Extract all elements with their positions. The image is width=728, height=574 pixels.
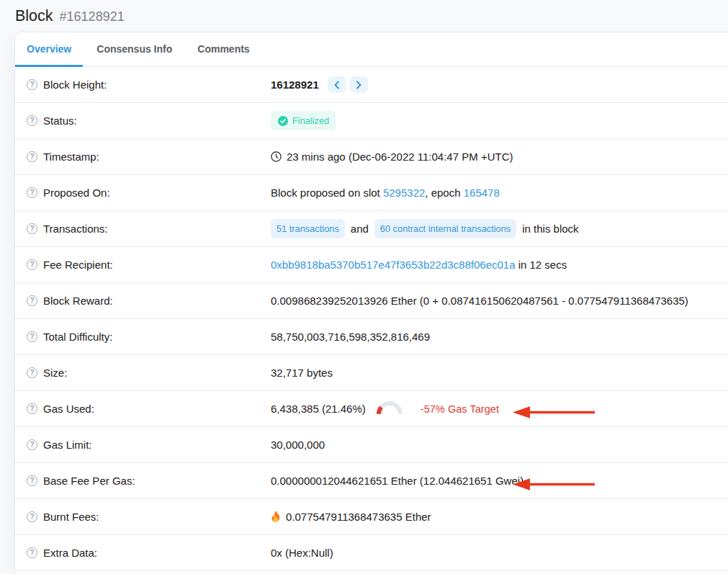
question-icon[interactable]: ?	[27, 403, 37, 414]
row-size: ? Size: 32,717 bytes	[15, 355, 728, 391]
question-icon[interactable]: ?	[27, 331, 37, 342]
page-header: Block #16128921	[0, 0, 728, 25]
row-burnt-fees: ? Burnt Fees: 0.077547911368473635 Ether	[15, 499, 728, 535]
row-fee-recipient: ? Fee Recipient: 0xbb9818ba5370b517e47f3…	[15, 247, 728, 283]
question-icon[interactable]: ?	[27, 367, 37, 378]
row-status: ? Status: Finalized	[15, 103, 728, 139]
next-block-button[interactable]	[350, 76, 368, 93]
size-label: Size:	[43, 367, 67, 379]
question-icon[interactable]: ?	[27, 259, 37, 270]
question-icon[interactable]: ?	[27, 115, 37, 126]
row-label: ? Block Reward:	[27, 295, 271, 307]
row-proposed-on: ? Proposed On: Block proposed on slot 52…	[15, 175, 728, 211]
row-transactions: ? Transactions: 51 transactions and 60 c…	[15, 211, 728, 247]
transactions-label: Transactions:	[43, 223, 107, 235]
row-label: ? Timestamp:	[27, 151, 271, 163]
check-circle-icon	[278, 116, 288, 126]
row-block-height: ? Block Height: 16128921	[15, 67, 728, 103]
row-total-difficulty: ? Total Difficulty: 58,750,003,716,598,3…	[15, 319, 728, 355]
transactions-suffix: in this block	[522, 223, 578, 235]
question-icon[interactable]: ?	[27, 547, 37, 558]
fee-recipient-address-link[interactable]: 0xbb9818ba5370b517e47f3653b22d3c88f06ec0…	[271, 259, 516, 271]
block-reward-label: Block Reward:	[43, 295, 113, 307]
question-icon[interactable]: ?	[27, 439, 37, 450]
total-difficulty-value: 58,750,003,716,598,352,816,469	[271, 331, 430, 343]
clock-icon	[271, 151, 282, 162]
row-label: ? Transactions:	[27, 223, 271, 235]
chevron-right-icon	[356, 81, 362, 89]
status-label: Status:	[43, 115, 77, 127]
transactions-conjunction: and	[351, 223, 369, 235]
block-details-card: Overview Consensus Info Comments ? Block…	[14, 32, 728, 574]
status-badge: Finalized	[271, 111, 336, 130]
question-icon[interactable]: ?	[27, 187, 37, 198]
slot-link[interactable]: 5295322	[383, 187, 425, 199]
tab-comments[interactable]: Comments	[186, 32, 261, 67]
page-title: Block	[15, 7, 53, 25]
proposed-on-epoch-text: , epoch	[425, 187, 463, 199]
gas-gauge-icon	[377, 401, 403, 416]
row-label: ? Gas Used:	[27, 403, 271, 415]
burnt-fees-label: Burnt Fees:	[43, 511, 99, 523]
question-icon[interactable]: ?	[27, 295, 37, 306]
timestamp-label: Timestamp:	[43, 151, 99, 163]
tab-consensus-info[interactable]: Consensus Info	[85, 32, 184, 67]
row-timestamp: ? Timestamp: 23 mins ago (Dec-06-2022 11…	[15, 139, 728, 175]
question-icon[interactable]: ?	[27, 475, 37, 486]
block-reward-value: 0.009868239252013926 Ether (0 + 0.087416…	[271, 295, 688, 307]
flame-icon	[271, 511, 281, 523]
row-base-fee-per-gas: ? Base Fee Per Gas: 0.000000012044621651…	[15, 463, 728, 499]
base-fee-label: Base Fee Per Gas:	[43, 475, 135, 487]
gas-used-label: Gas Used:	[43, 403, 94, 415]
row-label: ? Gas Limit:	[27, 439, 271, 451]
row-gas-limit: ? Gas Limit: 30,000,000	[15, 427, 728, 463]
extra-data-value: 0x (Hex:Null)	[271, 547, 333, 559]
row-label: ? Size:	[27, 367, 271, 379]
epoch-link[interactable]: 165478	[464, 187, 500, 199]
row-label: ? Proposed On:	[27, 187, 271, 199]
row-label: ? Extra Data:	[27, 547, 271, 559]
fee-recipient-label: Fee Recipient:	[43, 259, 113, 271]
tab-bar: Overview Consensus Info Comments	[15, 32, 728, 67]
row-label: ? Base Fee Per Gas:	[27, 475, 271, 487]
question-icon[interactable]: ?	[27, 223, 37, 234]
block-height-label: Block Height:	[43, 79, 107, 91]
page-block-number: #16128921	[60, 9, 125, 24]
row-label: ? Block Height:	[27, 79, 271, 91]
timestamp-value: 23 mins ago (Dec-06-2022 11:04:47 PM +UT…	[287, 151, 513, 163]
question-icon[interactable]: ?	[27, 79, 37, 90]
total-difficulty-label: Total Difficulty:	[43, 331, 112, 343]
proposed-on-text: Block proposed on slot	[271, 187, 383, 199]
question-icon[interactable]: ?	[27, 151, 37, 162]
row-label: ? Total Difficulty:	[27, 331, 271, 343]
extra-data-label: Extra Data:	[43, 547, 97, 559]
row-block-reward: ? Block Reward: 0.009868239252013926 Eth…	[15, 283, 728, 319]
row-label: ? Burnt Fees:	[27, 511, 271, 523]
size-value: 32,717 bytes	[271, 367, 333, 379]
row-label: ? Status:	[27, 115, 271, 127]
gas-limit-value: 30,000,000	[271, 439, 325, 451]
previous-block-button[interactable]	[328, 76, 346, 93]
row-label: ? Fee Recipient:	[27, 259, 271, 271]
fee-recipient-suffix: in 12 secs	[516, 259, 567, 271]
internal-transactions-badge[interactable]: 60 contract internal transactions	[374, 219, 516, 238]
gas-target-delta: -57% Gas Target	[421, 403, 499, 415]
status-badge-text: Finalized	[292, 115, 329, 126]
block-height-value: 16128921	[271, 79, 319, 91]
burnt-fees-value: 0.077547911368473635 Ether	[286, 511, 431, 523]
transactions-count-badge[interactable]: 51 transactions	[271, 219, 345, 238]
tab-overview[interactable]: Overview	[15, 32, 83, 67]
gas-used-value: 6,438,385 (21.46%)	[271, 403, 366, 415]
question-icon[interactable]: ?	[27, 511, 37, 522]
row-extra-data: ? Extra Data: 0x (Hex:Null)	[15, 535, 728, 571]
proposed-on-label: Proposed On:	[43, 187, 110, 199]
row-gas-used: ? Gas Used: 6,438,385 (21.46%) -57% Gas …	[15, 391, 728, 427]
chevron-left-icon	[333, 81, 340, 89]
base-fee-value: 0.000000012044621651 Ether (12.044621651…	[271, 475, 523, 487]
gas-limit-label: Gas Limit:	[43, 439, 92, 451]
